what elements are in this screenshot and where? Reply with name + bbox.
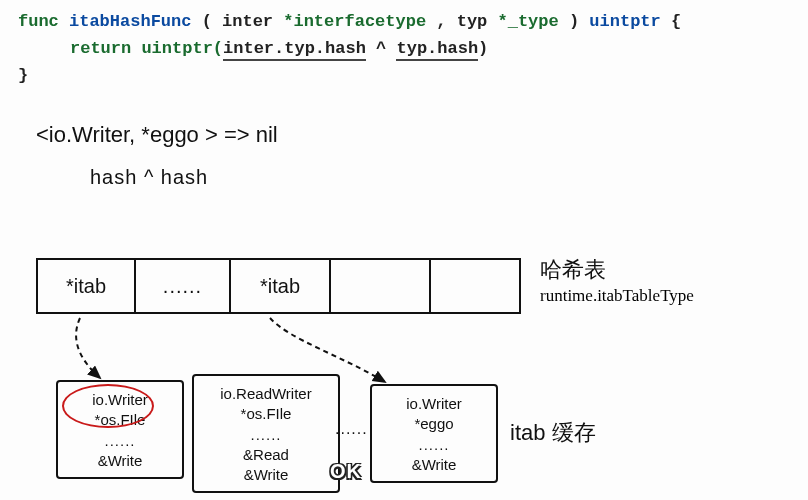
itab2-line2: *os.FIle (206, 404, 326, 424)
comma: , (436, 12, 446, 31)
op-xor: ^ (376, 39, 386, 58)
param2-type: *_type (498, 12, 559, 31)
param2-name: typ (457, 12, 488, 31)
itab3-line3: &Write (384, 455, 484, 475)
itab1-line3: &Write (70, 451, 170, 471)
code-snippet: func itabHashFunc ( inter *interfacetype… (18, 8, 681, 90)
itab1-line1: io.Writer (70, 390, 170, 410)
param1-type: *interfacetype (283, 12, 426, 31)
hash-cell-2: *itab (231, 258, 331, 314)
itab1-line2: *os.FIle (70, 410, 170, 430)
hash-cell-1: ...... (136, 258, 231, 314)
expr-right: typ.hash (396, 39, 478, 61)
hash-cell-0: *itab (36, 258, 136, 314)
kw-return: return (70, 39, 131, 58)
itab2-line3b: &Write (206, 465, 326, 485)
ret-type: uintptr (589, 12, 660, 31)
paren-open: ( (202, 12, 212, 31)
hash-table-type: runtime.itabTableType (540, 286, 694, 306)
paren-close: ) (569, 12, 579, 31)
arrow-1 (76, 318, 100, 378)
hash-cell-4 (431, 258, 521, 314)
hash-table-label: 哈希表 (540, 255, 606, 285)
kw-func: func (18, 12, 59, 31)
func-name: itabHashFunc (69, 12, 191, 31)
itab3-dots: ...... (384, 435, 484, 455)
itab2-line3a: &Read (206, 445, 326, 465)
ok-badge: OK (330, 460, 362, 483)
itab-box-2: io.ReadWriter *os.FIle ...... &Read &Wri… (192, 374, 340, 493)
itab-cache-label: itab 缓存 (510, 418, 596, 448)
itab1-dots: ...... (70, 431, 170, 451)
brace-close: } (18, 66, 28, 85)
call-open: uintptr( (141, 39, 223, 58)
itab-box-3: io.Writer *eggo ...... &Write (370, 384, 498, 483)
hash-table: *itab ...... *itab (36, 258, 521, 314)
param1-name: inter (222, 12, 273, 31)
itab3-line1: io.Writer (384, 394, 484, 414)
gap-dots: ...... (335, 420, 368, 438)
itab2-dots: ...... (206, 425, 326, 445)
itab-box-1: io.Writer *os.FIle ...... &Write (56, 380, 184, 479)
brace-open: { (671, 12, 681, 31)
arrow-2 (270, 318, 385, 382)
itab2-line1: io.ReadWriter (206, 384, 326, 404)
expr-left: inter.typ.hash (223, 39, 366, 61)
expression-line-2: hash ^ hash (90, 166, 208, 189)
itab3-line2: *eggo (384, 414, 484, 434)
call-close: ) (478, 39, 488, 58)
expression-line-1: <io.Writer, *eggo > => nil (36, 122, 278, 148)
hash-cell-3 (331, 258, 431, 314)
